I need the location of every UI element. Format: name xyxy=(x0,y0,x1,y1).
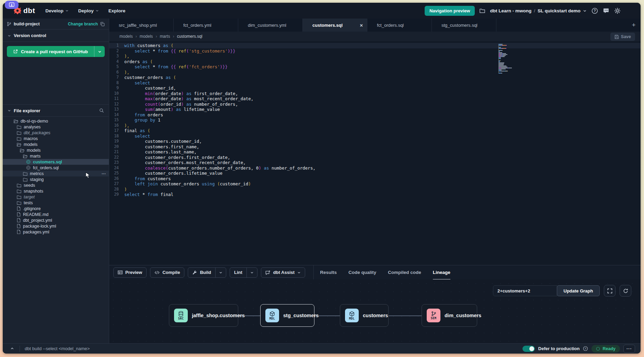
lint-options-chevron[interactable] xyxy=(247,268,257,277)
tree-item-gitignore[interactable]: .gitignore xyxy=(3,206,109,211)
lineage-filter-input[interactable] xyxy=(493,285,557,296)
pr-options-chevron[interactable] xyxy=(94,46,105,57)
item-actions-button[interactable]: ⋯ xyxy=(102,171,106,176)
tree-item-packages-yml[interactable]: packages.yml xyxy=(3,229,109,235)
code-line-7[interactable]: 7customer_orders as ( xyxy=(109,75,641,80)
code-line-6[interactable]: 6), xyxy=(109,70,641,75)
copy-icon[interactable] xyxy=(100,22,105,26)
code-line-28[interactable]: 28) xyxy=(109,187,641,192)
code-line-24[interactable]: 24 coalesce(customer_orders.number_of_or… xyxy=(109,165,641,171)
tab-lineage[interactable]: Lineage xyxy=(433,265,450,280)
fullscreen-button[interactable] xyxy=(604,285,616,297)
code-line-9[interactable]: 9 customer_id, xyxy=(109,85,641,91)
code-line-26[interactable]: 26 from customers xyxy=(109,176,641,182)
editor-minimap[interactable] xyxy=(498,44,516,74)
code-line-16[interactable]: 16), xyxy=(109,123,641,128)
tree-item-db-sl-qs-demo[interactable]: db-sl-qs-demo xyxy=(3,118,109,124)
code-line-23[interactable]: 23 customer_orders.most_recent_order_dat… xyxy=(109,160,641,165)
editor-tab-stg-customers-sql[interactable]: stg_customers.sql xyxy=(432,19,496,32)
settings-gear-icon[interactable] xyxy=(614,8,621,14)
code-line-25[interactable]: 25 customer_orders.lifetime_value xyxy=(109,171,641,176)
tree-item-customers-sql[interactable]: customers.sql xyxy=(3,159,109,165)
tree-item-models[interactable]: models xyxy=(3,147,109,153)
build-button[interactable]: Build xyxy=(188,267,226,278)
defer-toggle[interactable] xyxy=(522,346,535,352)
code-line-22[interactable]: 22 customer_orders.first_order_date, xyxy=(109,155,641,160)
code-line-20[interactable]: 20 customers.first_name, xyxy=(109,144,641,150)
tab-results[interactable]: Results xyxy=(320,265,337,280)
breadcrumb-item[interactable]: models xyxy=(119,34,133,39)
code-line-27[interactable]: 27 left join customer_orders using (cust… xyxy=(109,181,641,187)
defer-help-icon[interactable]: ? xyxy=(583,346,588,351)
more-options-button[interactable]: ··· xyxy=(623,345,635,353)
tree-item-package-lock-yml[interactable]: package-lock.yml xyxy=(3,223,109,229)
tab-compiled-code[interactable]: Compiled code xyxy=(388,265,421,280)
code-line-15[interactable]: 15 group by 1 xyxy=(109,117,641,123)
code-line-14[interactable]: 14 from orders xyxy=(109,112,641,118)
code-editor[interactable]: 1with customers as (2 select * from {{ r… xyxy=(109,41,641,265)
code-line-17[interactable]: 17final as ( xyxy=(109,128,641,134)
code-line-4[interactable]: 4orders as ( xyxy=(109,59,641,65)
tree-item-metrics[interactable]: metrics⋯ xyxy=(3,171,109,176)
search-icon[interactable] xyxy=(99,108,104,113)
navigation-preview-button[interactable]: Navigation preview xyxy=(425,6,475,16)
save-button[interactable]: Save xyxy=(610,33,635,41)
editor-tab-fct-orders-yml[interactable]: fct_orders.yml xyxy=(174,19,238,32)
create-pull-request-button[interactable]: Create a pull request on GitHub xyxy=(7,46,105,57)
code-line-18[interactable]: 18 select xyxy=(109,134,641,139)
close-tab-icon[interactable]: × xyxy=(360,22,363,28)
collapse-panel-button[interactable] xyxy=(8,347,17,350)
update-graph-button[interactable]: Update Graph xyxy=(557,285,600,296)
tree-item-macros[interactable]: macros xyxy=(3,136,109,141)
menu-deploy[interactable]: Deploy xyxy=(78,8,99,13)
tree-item-target[interactable]: target xyxy=(3,194,109,200)
tree-item-dbt-packages[interactable]: dbt_packages xyxy=(3,130,109,136)
code-line-3[interactable]: 3), xyxy=(109,54,641,59)
breadcrumb-item[interactable]: customers.sql xyxy=(177,34,202,39)
lineage-node-jaffle-shop-customers[interactable]: SRCjaffle_shop.customers xyxy=(169,304,238,327)
code-line-8[interactable]: 8 select xyxy=(109,80,641,86)
code-line-12[interactable]: 12 count(order_id) as number_of_orders, xyxy=(109,102,641,107)
lineage-node-customers[interactable]: MDLcustomers xyxy=(340,304,389,327)
build-options-chevron[interactable] xyxy=(216,268,226,277)
dbt-assist-button[interactable]: dbt Assist xyxy=(261,267,305,278)
tree-item-dbt-project-yml[interactable]: dbt_project.yml xyxy=(3,217,109,223)
code-line-10[interactable]: 10 min(order_date) as first_order_date, xyxy=(109,91,641,96)
tree-item-analyses[interactable]: analyses xyxy=(3,124,109,130)
tree-item-staging[interactable]: staging xyxy=(3,176,109,182)
code-line-2[interactable]: 2 select * from {{ ref('stg_customers')}… xyxy=(109,48,641,54)
code-line-11[interactable]: 11 max(order_date) as most_recent_order_… xyxy=(109,96,641,102)
help-icon[interactable]: ? xyxy=(591,8,598,14)
editor-tab-dim-customers-yml[interactable]: dim_customers.yml xyxy=(238,19,303,32)
tree-item-readme-md[interactable]: README.md xyxy=(3,211,109,217)
breadcrumb-item[interactable]: models xyxy=(140,34,153,39)
compile-button[interactable]: Compile xyxy=(150,267,184,278)
tree-item-snapshots[interactable]: snapshots xyxy=(3,188,109,194)
lint-button[interactable]: Lint xyxy=(230,267,257,278)
code-line-19[interactable]: 19 customers.customer_id, xyxy=(109,139,641,144)
lineage-node-stg-customers[interactable]: MDLstg_customers xyxy=(260,304,314,327)
file-explorer-header[interactable]: File explorer xyxy=(3,104,109,117)
ide-status-badge[interactable]: Ready xyxy=(591,345,620,353)
editor-tab-customers-sql[interactable]: customers.sql× xyxy=(303,19,367,32)
preview-button[interactable]: Preview xyxy=(113,267,147,278)
breadcrumb-item[interactable]: marts xyxy=(160,34,170,39)
account-project-breadcrumb[interactable]: dbt Learn - mwong / SL quickstart demo xyxy=(490,8,587,13)
change-branch-link[interactable]: Change branch xyxy=(68,22,98,26)
menu-explore[interactable]: Explore xyxy=(108,8,126,13)
code-line-21[interactable]: 21 customers.last_name, xyxy=(109,149,641,155)
code-line-29[interactable]: 29select * from final xyxy=(109,192,641,197)
tree-item-marts[interactable]: marts xyxy=(3,153,109,159)
code-line-1[interactable]: 1with customers as ( xyxy=(109,43,641,48)
editor-tab-src-jaffle-shop-yml[interactable]: src_jaffle_shop.yml xyxy=(109,19,174,32)
new-tab-button[interactable]: + xyxy=(627,19,641,32)
lineage-node-dim-customers[interactable]: SEMdim_customers xyxy=(422,304,477,327)
code-line-5[interactable]: 5 select * from {{ ref('fct_orders')}} xyxy=(109,64,641,70)
refresh-button[interactable] xyxy=(620,285,631,297)
tree-item-fct-orders-sql[interactable]: fct_orders.sql xyxy=(3,165,109,171)
tab-code-quality[interactable]: Code quality xyxy=(348,265,376,280)
command-input[interactable]: dbt build --select <model_name> xyxy=(25,346,90,351)
feedback-icon[interactable] xyxy=(603,8,609,14)
tree-item-models[interactable]: models xyxy=(3,141,109,147)
menu-develop[interactable]: Develop xyxy=(45,8,69,13)
